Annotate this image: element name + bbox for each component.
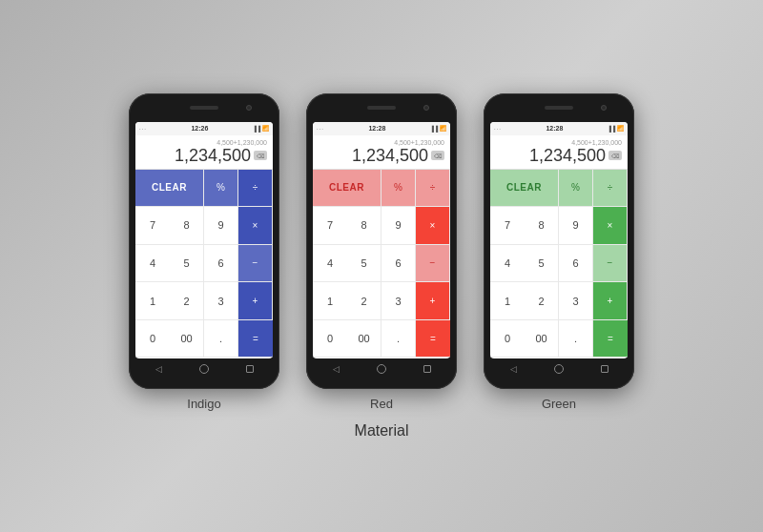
- screen-green: ··· 12:28 ▐▐ 📶 4,500+1,230,000 1,234,500…: [490, 122, 628, 358]
- equals-btn-indigo[interactable]: =: [238, 320, 273, 358]
- backspace-btn-green[interactable]: ⌫: [608, 151, 622, 160]
- btn-8-red[interactable]: 8: [347, 207, 382, 245]
- status-time-red: 12:28: [368, 125, 385, 132]
- btn-0-indigo[interactable]: 0: [135, 320, 170, 358]
- home-btn-indigo[interactable]: [197, 362, 211, 376]
- plus-btn-red[interactable]: +: [416, 282, 450, 320]
- btn-6-red[interactable]: 6: [382, 245, 416, 283]
- btn-00-red[interactable]: 00: [347, 320, 382, 358]
- btn-2-green[interactable]: 2: [525, 282, 559, 320]
- btn-5-green[interactable]: 5: [525, 245, 559, 283]
- btn-8-indigo[interactable]: 8: [170, 207, 204, 245]
- minus-btn-red[interactable]: −: [416, 245, 450, 283]
- equals-btn-red[interactable]: =: [416, 320, 450, 358]
- multiply-btn-green[interactable]: ×: [593, 207, 628, 245]
- divide-btn-green[interactable]: ÷: [593, 170, 628, 208]
- btn-6-indigo[interactable]: 6: [204, 245, 238, 283]
- home-btn-green[interactable]: [552, 362, 566, 376]
- formula-red: 4,500+1,230,000: [319, 139, 444, 146]
- btn-3-green[interactable]: 3: [559, 282, 593, 320]
- btn-8-green[interactable]: 8: [525, 207, 559, 245]
- btn-4-red[interactable]: 4: [313, 245, 347, 283]
- display-indigo: 4,500+1,230,000 1,234,500 ⌫: [135, 135, 273, 169]
- screen-indigo: ··· 12:26 ▐▐ 📶 4,500+1,230,000 1,234,500…: [135, 122, 273, 358]
- camera-icon-green: [601, 105, 607, 111]
- status-bar-green: ··· 12:28 ▐▐ 📶: [490, 122, 628, 135]
- phone-top-green: [490, 101, 628, 122]
- phone-container-green: ··· 12:28 ▐▐ 📶 4,500+1,230,000 1,234,500…: [484, 93, 634, 411]
- speaker-icon-red: [367, 106, 396, 110]
- phone-label-red: Red: [370, 397, 393, 411]
- value-text-green: 1,234,500: [529, 146, 606, 166]
- btn-dot-indigo[interactable]: .: [204, 320, 238, 358]
- btn-5-indigo[interactable]: 5: [170, 245, 204, 283]
- divide-btn-indigo[interactable]: ÷: [238, 170, 273, 208]
- back-btn-indigo[interactable]: ◁: [152, 362, 165, 376]
- camera-icon: [246, 105, 252, 111]
- equals-btn-green[interactable]: =: [593, 320, 628, 358]
- speaker-icon: [190, 106, 218, 110]
- btn-2-indigo[interactable]: 2: [170, 282, 204, 320]
- multiply-btn-indigo[interactable]: ×: [238, 207, 273, 245]
- status-icons: ▐▐ 📶: [253, 125, 269, 132]
- multiply-btn-red[interactable]: ×: [416, 207, 450, 245]
- btn-1-indigo[interactable]: 1: [135, 282, 170, 320]
- home-btn-red[interactable]: [375, 362, 388, 376]
- btn-4-green[interactable]: 4: [490, 245, 525, 283]
- clear-button-green[interactable]: CLEAR: [490, 170, 559, 208]
- btn-0-red[interactable]: 0: [313, 320, 347, 358]
- minus-btn-green[interactable]: −: [593, 245, 628, 283]
- formula-indigo: 4,500+1,230,000: [141, 139, 267, 146]
- btn-7-red[interactable]: 7: [313, 207, 347, 245]
- plus-btn-green[interactable]: +: [593, 282, 628, 320]
- recent-btn-red[interactable]: [421, 362, 434, 376]
- recent-btn-indigo[interactable]: [243, 362, 257, 376]
- phone-top-red: [313, 101, 450, 122]
- phone-container-indigo: ··· 12:26 ▐▐ 📶 4,500+1,230,000 1,234,500…: [129, 93, 279, 411]
- btn-5-red[interactable]: 5: [347, 245, 382, 283]
- clear-button-indigo[interactable]: CLEAR: [135, 170, 204, 208]
- display-green: 4,500+1,230,000 1,234,500 ⌫: [490, 135, 628, 169]
- back-btn-red[interactable]: ◁: [329, 362, 342, 376]
- phone-label-green: Green: [542, 397, 576, 411]
- backspace-btn-red[interactable]: ⌫: [431, 151, 444, 160]
- phone-bottom-red: ◁: [313, 358, 450, 379]
- percent-btn-green[interactable]: %: [559, 170, 593, 208]
- btn-1-green[interactable]: 1: [490, 282, 525, 320]
- minus-btn-indigo[interactable]: −: [238, 245, 273, 283]
- btn-3-red[interactable]: 3: [382, 282, 416, 320]
- btn-dot-red[interactable]: .: [382, 320, 416, 358]
- calc-grid-indigo: CLEAR % ÷ 7 8 9 × 4 5 6 − 1 2 3 + 0 00: [135, 170, 273, 358]
- calc-grid-green: CLEAR % ÷ 7 8 9 × 4 5 6 − 1 2 3 + 0 00: [490, 170, 628, 358]
- status-time-green: 12:28: [546, 125, 563, 132]
- status-bar-red: ··· 12:28 ▐▐ 📶: [313, 122, 450, 135]
- phone-top-indigo: [135, 101, 273, 122]
- btn-9-red[interactable]: 9: [382, 207, 416, 245]
- page-title: Material: [355, 422, 409, 440]
- btn-9-indigo[interactable]: 9: [204, 207, 238, 245]
- btn-2-red[interactable]: 2: [347, 282, 382, 320]
- btn-4-indigo[interactable]: 4: [135, 245, 170, 283]
- status-dots-green: ···: [494, 126, 502, 132]
- btn-00-indigo[interactable]: 00: [170, 320, 204, 358]
- btn-00-green[interactable]: 00: [525, 320, 559, 358]
- plus-btn-indigo[interactable]: +: [238, 282, 273, 320]
- backspace-btn-indigo[interactable]: ⌫: [254, 151, 267, 160]
- phone-bottom-green: ◁: [490, 358, 628, 379]
- clear-button-red[interactable]: CLEAR: [313, 170, 382, 208]
- divide-btn-red[interactable]: ÷: [416, 170, 450, 208]
- btn-7-green[interactable]: 7: [490, 207, 525, 245]
- btn-0-green[interactable]: 0: [490, 320, 525, 358]
- btn-3-indigo[interactable]: 3: [204, 282, 238, 320]
- btn-9-green[interactable]: 9: [559, 207, 593, 245]
- recent-btn-green[interactable]: [598, 362, 611, 376]
- back-btn-green[interactable]: ◁: [506, 362, 520, 376]
- percent-btn-red[interactable]: %: [382, 170, 416, 208]
- btn-7-indigo[interactable]: 7: [135, 207, 170, 245]
- percent-btn-indigo[interactable]: %: [204, 170, 238, 208]
- value-red: 1,234,500 ⌫: [319, 146, 444, 166]
- btn-1-red[interactable]: 1: [313, 282, 347, 320]
- btn-dot-green[interactable]: .: [559, 320, 593, 358]
- btn-6-green[interactable]: 6: [559, 245, 593, 283]
- display-red: 4,500+1,230,000 1,234,500 ⌫: [313, 135, 450, 169]
